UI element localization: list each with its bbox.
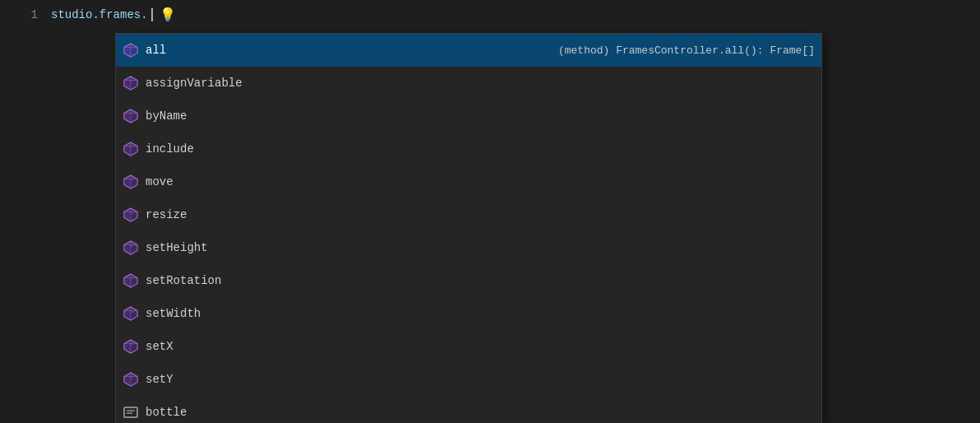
cube-icon (122, 141, 139, 157)
item-label-include: include (146, 142, 815, 156)
item-label-setRotation: setRotation (146, 274, 815, 287)
cube-icon (122, 75, 139, 91)
cube-icon (122, 207, 139, 223)
autocomplete-item-assignVariable[interactable]: assignVariable (116, 67, 821, 100)
autocomplete-item-setY[interactable]: setY (116, 363, 821, 396)
item-label-setX: setX (146, 340, 815, 353)
item-label-move: move (146, 175, 815, 188)
autocomplete-item-bottle[interactable]: bottle (116, 396, 821, 423)
cube-icon (122, 239, 139, 256)
code-line-1: 1 studio.frames. 💡 (0, 0, 980, 30)
autocomplete-item-include[interactable]: include (116, 132, 821, 165)
autocomplete-item-setRotation[interactable]: setRotation (116, 264, 821, 297)
autocomplete-item-byName[interactable]: byName (116, 100, 821, 132)
autocomplete-dropdown: all(method) FramesController.all(): Fram… (115, 33, 822, 423)
item-label-resize: resize (146, 208, 815, 221)
line-number: 1 (13, 8, 38, 21)
item-detail-all: (method) FramesController.all(): Frame[] (558, 44, 815, 57)
snippet-icon (122, 404, 139, 421)
line-content: studio.frames. 💡 (51, 7, 176, 23)
item-label-setHeight: setHeight (146, 241, 815, 254)
cube-icon (122, 42, 139, 58)
autocomplete-item-setX[interactable]: setX (116, 330, 821, 363)
item-label-setWidth: setWidth (146, 307, 815, 320)
autocomplete-item-setHeight[interactable]: setHeight (116, 231, 821, 264)
cube-icon (122, 338, 139, 355)
item-label-setY: setY (146, 373, 815, 386)
item-label-bottle: bottle (146, 406, 815, 419)
item-label-all: all (146, 44, 558, 57)
cube-icon (122, 174, 139, 190)
autocomplete-item-move[interactable]: move (116, 165, 821, 198)
text-cursor (151, 8, 153, 21)
cube-icon (122, 272, 139, 289)
lightbulb-icon[interactable]: 💡 (159, 7, 176, 23)
editor-area: 1 studio.frames. 💡 all(method) FramesCon… (0, 0, 980, 423)
code-text: studio.frames. (51, 8, 148, 21)
autocomplete-item-all[interactable]: all(method) FramesController.all(): Fram… (116, 34, 821, 67)
item-label-byName: byName (146, 109, 815, 123)
cube-icon (122, 108, 139, 124)
svg-rect-66 (124, 407, 137, 417)
cube-icon (122, 371, 139, 388)
autocomplete-item-resize[interactable]: resize (116, 198, 821, 231)
autocomplete-item-setWidth[interactable]: setWidth (116, 297, 821, 330)
cube-icon (122, 305, 139, 322)
item-label-assignVariable: assignVariable (146, 77, 815, 90)
